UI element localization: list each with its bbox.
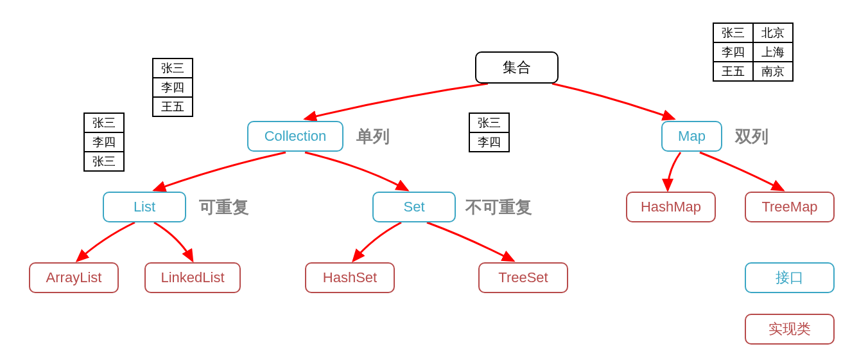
table-cell: 王五 bbox=[713, 62, 753, 81]
table-cell: 李四 bbox=[713, 42, 753, 62]
legend-interface: 接口 bbox=[745, 262, 835, 293]
node-set: Set bbox=[372, 192, 456, 222]
node-collection-label: Collection bbox=[265, 128, 327, 145]
table-cell: 上海 bbox=[753, 42, 793, 62]
node-set-label: Set bbox=[403, 199, 424, 215]
node-hashmap: HashMap bbox=[626, 192, 716, 222]
node-treemap-label: TreeMap bbox=[761, 199, 817, 215]
annotation-map: 双列 bbox=[735, 125, 768, 148]
node-arraylist: ArrayList bbox=[29, 262, 119, 293]
node-map-label: Map bbox=[678, 128, 706, 145]
node-list-label: List bbox=[134, 199, 155, 215]
node-map: Map bbox=[661, 121, 722, 152]
node-list: List bbox=[103, 192, 186, 222]
node-linkedlist: LinkedList bbox=[144, 262, 241, 293]
table-cell: 张三 bbox=[84, 113, 124, 132]
table-cell: 张三 bbox=[713, 23, 753, 42]
table-set-unique: 张三 李四 王五 bbox=[152, 58, 193, 117]
node-root: 集合 bbox=[475, 51, 559, 84]
table-cell: 张三 bbox=[153, 59, 193, 78]
table-cell: 李四 bbox=[84, 132, 124, 152]
node-treeset-label: TreeSet bbox=[498, 269, 548, 286]
legend-class-label: 实现类 bbox=[768, 320, 811, 339]
table-cell: 李四 bbox=[153, 78, 193, 97]
annotation-set: 不可重复 bbox=[465, 196, 532, 219]
table-cell: 北京 bbox=[753, 23, 793, 42]
table-map-kv: 张三 北京 李四 上海 王五 南京 bbox=[713, 22, 794, 82]
table-cell: 张三 bbox=[469, 113, 509, 132]
table-cell: 李四 bbox=[469, 132, 509, 152]
node-root-label: 集合 bbox=[503, 58, 531, 77]
node-hashmap-label: HashMap bbox=[641, 199, 701, 215]
legend-interface-label: 接口 bbox=[776, 268, 804, 287]
legend-class: 实现类 bbox=[745, 314, 835, 345]
table-list-dup: 张三 李四 张三 bbox=[83, 113, 125, 172]
table-cell: 王五 bbox=[153, 97, 193, 116]
table-cell: 张三 bbox=[84, 152, 124, 171]
node-hashset-label: HashSet bbox=[323, 269, 377, 286]
annotation-list: 可重复 bbox=[199, 196, 249, 219]
annotation-collection: 单列 bbox=[356, 125, 390, 148]
table-cell: 南京 bbox=[753, 62, 793, 81]
node-linkedlist-label: LinkedList bbox=[161, 269, 224, 286]
node-arraylist-label: ArrayList bbox=[46, 269, 102, 286]
node-treeset: TreeSet bbox=[478, 262, 568, 293]
node-collection: Collection bbox=[247, 121, 343, 152]
node-treemap: TreeMap bbox=[745, 192, 835, 222]
table-set-small: 张三 李四 bbox=[469, 113, 510, 152]
node-hashset: HashSet bbox=[305, 262, 395, 293]
